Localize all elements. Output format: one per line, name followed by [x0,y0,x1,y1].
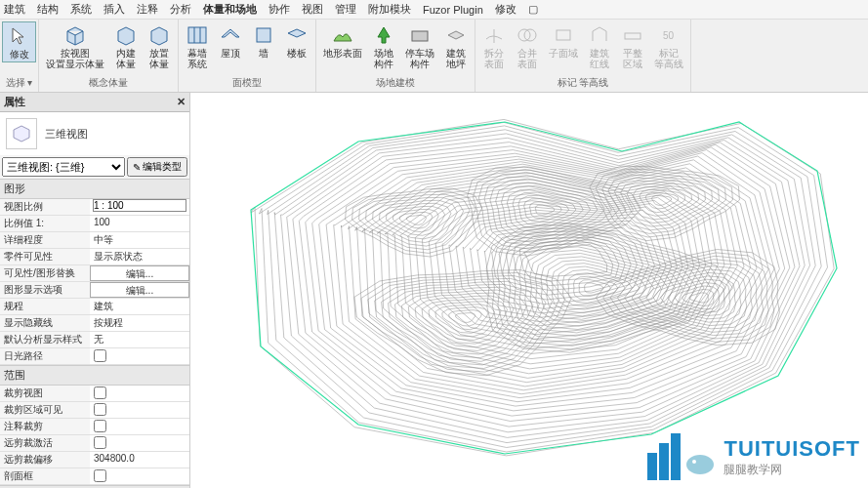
view-selector[interactable]: 三维视图: {三维} [2,157,125,177]
merge-icon [516,23,539,47]
cube-icon [63,23,87,47]
menu-item[interactable]: ▢ [528,3,538,16]
menu-item[interactable]: 建筑 [4,2,25,17]
subregion-button[interactable]: 子面域 [544,21,583,61]
lot-icon [588,23,611,47]
close-icon[interactable]: ✕ [177,96,186,108]
group-label: 面模型 [179,75,315,92]
menu-item[interactable]: 附加模块 [368,2,411,17]
lot-button[interactable]: 建筑 红线 [583,21,616,71]
prop-value[interactable]: 无 [90,332,189,347]
section-checkbox[interactable] [94,469,106,482]
group-label: 概念体量 [39,75,178,92]
properties-header: 属性 ✕ [0,93,189,112]
watermark: TUITUISOFT 腿腿教学网 [647,433,860,480]
curtain-button[interactable]: 幕墙 系统 [181,21,214,71]
modify-button[interactable]: 修改 [2,21,36,62]
logo-icon [647,433,718,480]
prop-label: 详细程度 [0,232,90,248]
scale-input[interactable] [94,200,186,211]
section-crop: 范围 [0,365,189,386]
label-icon: 50 [657,23,681,47]
anncrop-checkbox[interactable] [94,420,106,432]
roof-button[interactable]: 屋顶 [214,21,247,61]
menu-item[interactable]: 分析 [170,2,191,17]
prop-label: 可见性/图形替换 [0,265,90,281]
edit-button[interactable]: 编辑... [90,265,189,281]
menu-item[interactable]: 结构 [37,2,59,17]
tree-icon [372,23,395,47]
mass-display-button[interactable]: 按视图 设置显示体量 [41,21,109,71]
wall-button[interactable]: 墙 [247,21,280,61]
terrain-model [190,93,868,488]
prop-value[interactable]: 按规程 [90,315,189,331]
inplace-mass-button[interactable]: 内建 体量 [109,21,143,71]
sun-checkbox[interactable] [94,349,106,362]
menu-item[interactable]: Fuzor Plugin [423,4,483,16]
split-button[interactable]: 拆分 表面 [477,21,511,71]
svg-rect-9 [625,33,641,39]
viewport[interactable]: TUITUISOFT 腿腿教学网 [190,93,868,488]
parking-button[interactable]: 停车场 构件 [400,21,439,71]
edit-button[interactable]: 编辑... [90,282,189,298]
pad-button[interactable]: 建筑 地坪 [439,21,473,71]
prop-value[interactable]: 304800.0 [90,452,189,468]
prop-value[interactable]: 显示原状态 [90,249,189,264]
prop-label: 规程 [0,299,90,314]
topo-button[interactable]: 地形表面 [318,21,367,61]
menu-item[interactable]: 视图 [302,2,323,17]
prop-label: 远剪裁偏移 [0,452,90,468]
menu-item[interactable]: 协作 [269,2,290,17]
section-graphics: 图形 [0,179,189,199]
type-label: 三维视图 [45,127,88,142]
svg-rect-3 [257,28,270,42]
floor-icon [285,23,309,47]
prop-label: 显示隐藏线 [0,315,90,331]
menu-item[interactable]: 注释 [137,2,158,17]
prop-label: 零件可见性 [0,249,90,264]
crop-checkbox[interactable] [94,386,106,399]
group-label: 标记 等高线 [475,75,690,92]
brand-sub: 腿腿教学网 [723,462,860,478]
flat-button[interactable]: 平整 区域 [616,21,649,71]
cursor-icon [8,24,31,48]
prop-label: 裁剪区域可见 [0,402,90,418]
merge-button[interactable]: 合并 表面 [511,21,544,71]
prop-label: 远剪裁激活 [0,435,90,451]
prop-label: 日光路径 [0,348,90,364]
curtain-icon [186,23,209,47]
place-mass-button[interactable]: 放置 体量 [143,21,176,71]
pencil-icon: ✎ [133,162,141,173]
roof-icon [219,23,242,47]
farclip-checkbox[interactable] [94,436,106,449]
group-label: 选择 ▾ [0,75,38,92]
menu-item[interactable]: 系统 [70,2,92,17]
cropvis-checkbox[interactable] [94,403,106,416]
prop-label: 视图比例 [0,199,90,215]
subregion-icon [552,23,575,47]
prop-label: 注释裁剪 [0,419,90,434]
prop-label: 比例值 1: [0,216,90,231]
menu-item-active[interactable]: 体量和场地 [203,2,257,17]
menu-item[interactable]: 管理 [335,2,356,17]
prop-value[interactable]: 建筑 [90,299,189,314]
prop-value[interactable]: 中等 [90,232,189,248]
site-comp-button[interactable]: 场地 构件 [367,21,400,71]
floor-button[interactable]: 楼板 [280,21,313,61]
svg-rect-8 [557,30,570,40]
prop-label: 剖面框 [0,468,90,484]
cube-icon [114,23,138,47]
menu-item[interactable]: 修改 [495,2,517,17]
pad-icon [444,23,468,47]
contour-label-button[interactable]: 50标记 等高线 [649,21,688,71]
menu-item[interactable]: 插入 [103,2,125,17]
parking-icon [408,23,432,47]
terrain-icon [331,23,354,47]
edit-type-button[interactable]: ✎编辑类型 [127,157,187,177]
prop-value: 100 [90,216,189,231]
prop-label: 裁剪视图 [0,386,90,401]
group-label: 场地建模 [316,75,475,92]
view3d-icon [6,118,37,149]
type-row: 三维视图 [0,112,189,155]
properties-panel: 属性 ✕ 三维视图 三维视图: {三维} ✎编辑类型 图形 视图比例 比例值 1… [0,93,190,488]
